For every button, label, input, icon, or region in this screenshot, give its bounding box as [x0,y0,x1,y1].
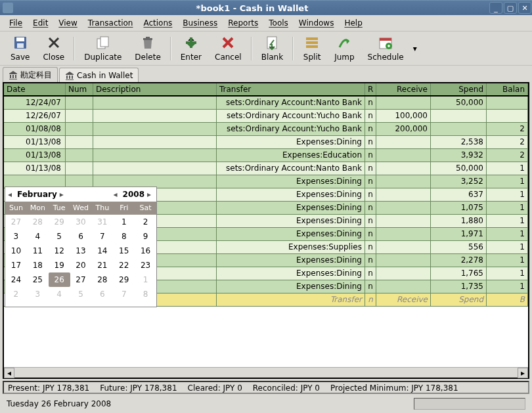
calendar-day[interactable]: 5 [49,229,70,244]
cell-spend[interactable]: 1,075 [431,202,487,214]
cell-description[interactable] [93,97,217,109]
calendar-day[interactable]: 19 [49,258,70,272]
calendar-day[interactable]: 14 [91,244,113,258]
table-row[interactable]: 01/13/08sets:Ordinary Account:Nanto Bank… [4,162,528,175]
schedule-button[interactable]: Schedule [361,33,410,63]
cell-receive[interactable] [376,188,431,201]
scroll-left-button[interactable]: ◂ [4,368,14,378]
cell-spend[interactable]: 2,278 [431,254,487,267]
cell-balance-input[interactable]: B [487,293,528,306]
cell-spend[interactable]: 50,000 [431,97,487,109]
cell-transfer[interactable]: Expenses:Dining [217,215,365,227]
calendar-day[interactable]: 23 [135,258,156,272]
calendar-day[interactable]: 5 [70,287,92,301]
cell-spend[interactable]: 637 [431,188,487,201]
calendar-day[interactable]: 20 [70,258,92,272]
cell-reconcile[interactable]: n [365,188,376,201]
calendar-day[interactable]: 17 [5,258,27,272]
menu-actions[interactable]: Actions [138,16,177,30]
cell-num[interactable] [66,162,93,175]
cell-balance[interactable] [487,97,528,109]
blank-button[interactable]: Blank [255,33,290,63]
calendar-day[interactable]: 1 [113,215,135,229]
cell-balance[interactable]: 2 [487,136,528,148]
header-reconcile[interactable]: R [365,83,376,95]
cell-date[interactable]: 01/13/08 [4,136,66,148]
calendar-day[interactable]: 10 [5,244,27,258]
cell-num[interactable] [66,136,93,148]
cell-reconcile[interactable]: n [365,162,376,175]
cell-transfer[interactable]: sets:Ordinary Account:Yucho Bank [217,110,365,122]
delete-button[interactable]: Delete [128,33,167,63]
cell-receive[interactable]: 100,000 [376,110,431,122]
cell-spend[interactable]: 1,765 [431,267,487,280]
cell-date[interactable]: 01/08/08 [4,123,66,135]
close-button[interactable]: Close [36,33,71,63]
cell-reconcile[interactable]: n [365,228,376,240]
cell-spend[interactable]: 1,880 [431,215,487,227]
calendar-day[interactable]: 25 [27,272,49,287]
calendar-day[interactable]: 6 [70,229,92,244]
cell-transfer[interactable]: Expenses:Dining [217,136,365,148]
calendar-day[interactable]: 22 [113,258,135,272]
cell-date[interactable]: 12/24/07 [4,97,66,109]
tab-accounts[interactable]: 勘定科目 [3,67,58,82]
cell-reconcile[interactable]: n [365,136,376,148]
cell-date[interactable]: 12/26/07 [4,110,66,122]
cell-spend[interactable]: 556 [431,241,487,253]
cell-description[interactable] [93,110,217,122]
enter-button[interactable]: Enter [174,33,208,63]
header-num[interactable]: Num [66,83,93,95]
cell-receive[interactable] [376,267,431,280]
cell-receive[interactable] [376,136,431,148]
jump-button[interactable]: Jump [328,33,361,63]
cell-transfer[interactable]: Expenses:Supplies [217,241,365,253]
month-label[interactable]: February [14,190,60,199]
cell-spend[interactable] [431,123,487,135]
cell-receive[interactable]: 200,000 [376,123,431,135]
cell-spend-input[interactable]: Spend [431,293,487,306]
cell-receive[interactable] [376,254,431,267]
cell-description[interactable] [93,123,217,135]
cell-reconcile-input[interactable]: n [365,293,376,306]
cell-balance[interactable]: 1 [487,267,528,280]
menu-reports[interactable]: Reports [223,16,263,30]
cell-description[interactable] [93,162,217,175]
cell-reconcile[interactable]: n [365,280,376,293]
cell-balance[interactable]: 1 [487,228,528,240]
cell-reconcile[interactable]: n [365,254,376,267]
cell-receive[interactable] [376,215,431,227]
horizontal-scrollbar[interactable]: ◂ ▸ [4,367,528,378]
menu-file[interactable]: File [4,16,28,30]
cell-balance[interactable]: 1 [487,215,528,227]
cell-reconcile[interactable]: n [365,267,376,280]
table-row[interactable]: 12/24/07sets:Ordinary Account:Nanto Bank… [4,97,528,110]
cell-reconcile[interactable]: n [365,175,376,188]
window-minimize-button[interactable]: _ [489,2,502,14]
cell-spend[interactable]: 1,735 [431,280,487,293]
duplicate-button[interactable]: Duplicate [78,33,128,63]
cell-reconcile[interactable]: n [365,110,376,122]
calendar-day[interactable]: 26 [49,272,70,287]
cell-balance[interactable]: 1 [487,202,528,214]
cell-receive[interactable] [376,175,431,188]
prev-month-button[interactable]: ◂ [8,190,14,199]
calendar-day[interactable]: 31 [91,215,113,229]
calendar-day[interactable]: 11 [27,244,49,258]
cell-receive[interactable] [376,280,431,293]
cancel-button[interactable]: Cancel [208,33,248,63]
calendar-day[interactable]: 2 [135,215,156,229]
menu-tools[interactable]: Tools [263,16,294,30]
scroll-right-button[interactable]: ▸ [518,368,528,378]
table-row[interactable]: 01/08/08sets:Ordinary Account:Yucho Bank… [4,123,528,136]
menu-edit[interactable]: Edit [28,16,53,30]
year-label[interactable]: 2008 [120,190,147,199]
cell-transfer[interactable]: sets:Ordinary Account:Nanto Bank [217,162,365,175]
cell-reconcile[interactable]: n [365,123,376,135]
cell-transfer[interactable]: Expenses:Dining [217,202,365,214]
calendar-day[interactable]: 2 [5,287,27,301]
cell-transfer[interactable]: Expenses:Dining [217,175,365,188]
cell-receive-input[interactable]: Receive [376,293,431,306]
cell-transfer[interactable]: sets:Ordinary Account:Nanto Bank [217,97,365,109]
menu-business[interactable]: Business [177,16,223,30]
